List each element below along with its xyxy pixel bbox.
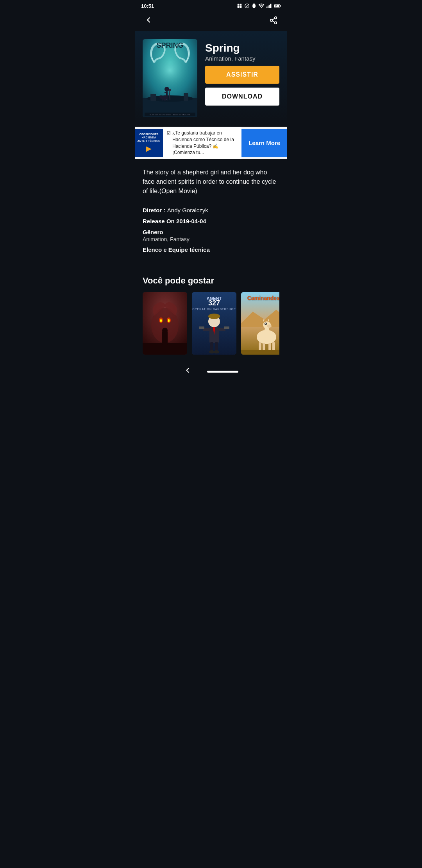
- svg-rect-31: [184, 93, 188, 101]
- director-value: Andy Goralczyk: [167, 207, 208, 213]
- movie-info: Spring Animation, Fantasy ASSISTIR DOWNL…: [205, 39, 279, 117]
- movie-description: The story of a shepherd girl and her dog…: [143, 168, 279, 196]
- svg-rect-84: [268, 343, 271, 351]
- status-time: 10:51: [141, 3, 154, 9]
- svg-rect-83: [263, 343, 265, 351]
- svg-point-41: [159, 95, 163, 99]
- svg-rect-16: [280, 5, 281, 7]
- svg-rect-11: [268, 5, 268, 8]
- vibrate-icon: [252, 3, 256, 9]
- status-icons: [237, 3, 281, 9]
- svg-line-5: [245, 4, 249, 7]
- back-button[interactable]: [143, 14, 154, 28]
- ad-checkmark: ☑: [167, 131, 171, 136]
- svg-text:SPRING: SPRING: [156, 41, 183, 49]
- system-back-button[interactable]: [184, 366, 191, 377]
- svg-point-57: [162, 328, 168, 333]
- genre-value: Animation, Fantasy: [143, 236, 279, 242]
- svg-rect-34: [166, 91, 168, 97]
- release-row: Release On 2019-04-04: [143, 218, 279, 225]
- svg-rect-67: [224, 326, 229, 329]
- recommendations-section: Você pode gostar: [135, 269, 287, 359]
- ad-logo-line3: ANTE Y TÉCNICO: [138, 140, 161, 143]
- download-button[interactable]: DOWNLOAD: [205, 88, 279, 106]
- svg-rect-12: [269, 5, 270, 8]
- svg-rect-2: [238, 6, 240, 8]
- svg-rect-82: [259, 342, 261, 351]
- home-pill[interactable]: [207, 371, 238, 373]
- svg-rect-10: [266, 7, 267, 8]
- movie-poster: SPRING BLENDER FOUNDATION · ANDY GORALCZ…: [143, 39, 197, 117]
- ad-logo: OPOSICIONES HACIENDA ANTE Y TÉCNICO ▶: [135, 129, 163, 157]
- wifi-icon: [258, 4, 265, 8]
- director-label: Diretor :: [143, 207, 165, 213]
- svg-rect-86: [241, 350, 279, 355]
- svg-rect-6: [253, 4, 255, 8]
- svg-point-39: [169, 89, 171, 91]
- ad-play-icon: ▶: [146, 144, 152, 153]
- notification-icon: [237, 3, 242, 9]
- svg-rect-8: [256, 5, 256, 7]
- ad-logo-line1: OPOSICIONES: [139, 133, 158, 136]
- svg-point-79: [267, 325, 272, 328]
- svg-rect-43: [164, 99, 165, 101]
- svg-rect-77: [265, 327, 269, 338]
- rec-card-sintel[interactable]: [143, 292, 187, 355]
- svg-point-68: [208, 314, 220, 319]
- svg-rect-13: [270, 4, 271, 8]
- svg-rect-44: [165, 99, 166, 100]
- recommendations-title: Você pode gostar: [143, 276, 279, 286]
- svg-rect-1: [240, 4, 242, 6]
- ad-banner: OPOSICIONES HACIENDA ANTE Y TÉCNICO ▶ ☑ …: [135, 127, 287, 159]
- rec-card-caminandes[interactable]: Caminandes: [241, 292, 279, 355]
- top-nav: [135, 11, 287, 31]
- details-section: Diretor : Andy Goralczyk Release On 2019…: [135, 200, 287, 269]
- watch-button[interactable]: ASSISTIR: [205, 66, 279, 84]
- svg-point-27: [150, 51, 190, 90]
- battery-icon: [274, 4, 281, 8]
- svg-rect-30: [150, 94, 156, 101]
- movie-title: Spring: [205, 42, 279, 54]
- svg-point-54: [168, 319, 170, 322]
- cast-row: Elenco e Equipe técnica: [143, 246, 279, 253]
- svg-line-24: [272, 21, 275, 22]
- bottom-nav: [135, 362, 287, 382]
- genre-row: Gênero Animation, Fantasy: [143, 229, 279, 242]
- svg-rect-45: [167, 99, 168, 100]
- share-button[interactable]: [268, 14, 279, 28]
- signal-icon: [266, 4, 272, 8]
- learn-more-button[interactable]: Learn More: [241, 129, 287, 157]
- description-section: The story of a shepherd girl and her dog…: [135, 159, 287, 200]
- detail-divider: [143, 259, 279, 259]
- svg-point-80: [265, 323, 267, 325]
- director-row: Diretor : Andy Goralczyk: [143, 207, 279, 214]
- svg-rect-14: [271, 4, 272, 8]
- svg-rect-56: [162, 331, 168, 345]
- svg-rect-7: [252, 5, 252, 7]
- rec-card-agent327[interactable]: AGENT 327 OPERATION BARBERSHOP: [192, 292, 236, 355]
- ad-logo-line2: HACIENDA: [142, 136, 156, 139]
- ad-body: ☑ ¿Te gustaria trabajar en Hacienda como…: [163, 127, 241, 159]
- svg-rect-35: [165, 92, 166, 93]
- svg-point-72: [214, 350, 219, 353]
- svg-point-71: [209, 350, 215, 353]
- hero-area: SPRING BLENDER FOUNDATION · ANDY GORALCZ…: [135, 31, 287, 127]
- ad-text: ¿Te gustaria trabajar en Hacienda como T…: [172, 130, 238, 156]
- svg-rect-42: [162, 99, 163, 100]
- release-label: Release On 2019-04-04: [143, 218, 206, 224]
- svg-rect-85: [272, 342, 275, 351]
- svg-point-33: [165, 87, 169, 91]
- svg-point-53: [160, 319, 162, 322]
- svg-rect-66: [199, 326, 204, 329]
- status-bar: 10:51: [135, 0, 287, 11]
- svg-rect-17: [274, 5, 279, 7]
- svg-point-81: [265, 323, 266, 324]
- recommendations-row: AGENT 327 OPERATION BARBERSHOP: [143, 292, 279, 355]
- svg-text:OPERATION BARBERSHOP: OPERATION BARBERSHOP: [192, 308, 236, 310]
- svg-text:Caminandes: Caminandes: [247, 295, 279, 301]
- svg-rect-0: [238, 4, 240, 6]
- svg-point-9: [261, 7, 262, 8]
- svg-line-25: [272, 18, 275, 20]
- svg-rect-3: [240, 6, 242, 8]
- genre-label: Gênero: [143, 229, 279, 235]
